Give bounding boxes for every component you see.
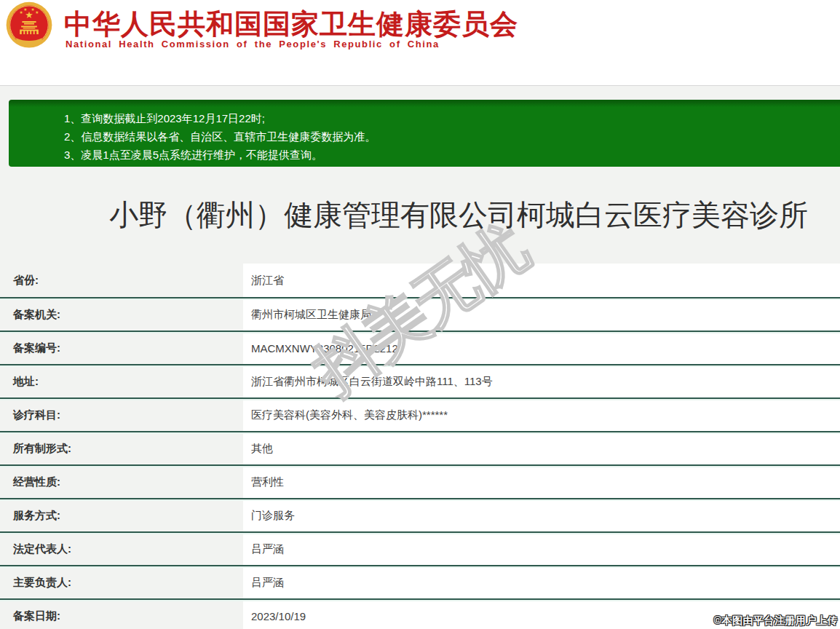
notice-line-3: 3、凌晨1点至凌晨5点系统进行维护，不能提供查询。 [64,146,833,164]
row-label: 诊疗科目: [0,399,243,431]
page-title: 小野（衢州）健康管理有限公司柯城白云医疗美容诊所 [109,195,808,235]
row-value: 其他 [243,432,840,464]
svg-text:★: ★ [20,10,23,15]
table-row: 主要负责人: 吕严涵 [0,565,840,598]
row-value: MACMXNWY33080215D2212 [243,332,840,364]
table-row: 备案机关: 衢州市柯城区卫生健康局 [0,297,840,331]
svg-text:★: ★ [23,7,27,12]
table-row: 法定代表人: 吕严涵 [0,531,840,565]
site-title-en: National Health Commission of the People… [66,39,440,50]
table-row: 经营性质: 营利性 [0,464,840,498]
notice-line-2: 2、信息数据结果以各省、自治区、直辖市卫生健康委数据为准。 [64,127,833,146]
notice-line-1: 1、查询数据截止到2023年12月17日22时; [64,109,833,127]
site-title-cn: 中华人民共和国国家卫生健康委员会 [64,6,518,43]
row-label: 备案编号: [0,332,243,364]
site-brand: ★ ★ ★ ★ ★ [0,0,564,51]
row-label: 服务方式: [0,499,243,531]
row-label: 备案机关: [0,298,243,331]
page: ★ ★ ★ ★ ★ [0,0,840,629]
row-label: 备案日期: [0,600,243,629]
row-value: 浙江省 [243,264,840,297]
row-value: 衢州市柯城区卫生健康局 [243,298,840,331]
row-label: 经营性质: [0,466,243,498]
row-label: 主要负责人: [0,566,243,598]
table-row: 省份: 浙江省 [0,264,840,297]
row-value: 营利性 [243,466,840,498]
row-label: 法定代表人: [0,533,243,565]
svg-text:★: ★ [35,10,39,15]
record-table: 省份: 浙江省 备案机关: 衢州市柯城区卫生健康局 备案编号: MACMXNWY… [0,264,840,629]
row-value: 医疗美容科(美容外科、美容皮肤科)****** [243,399,840,431]
copyright-stamp: ©本图由平台注册用户上传 [714,614,838,628]
row-label: 省份: [0,264,243,297]
row-label: 所有制形式: [0,432,243,464]
table-row: 备案编号: MACMXNWY33080215D2212 [0,331,840,364]
table-row: 诊疗科目: 医疗美容科(美容外科、美容皮肤科)****** [0,397,840,431]
table-row: 所有制形式: 其他 [0,431,840,464]
china-national-emblem-icon: ★ ★ ★ ★ ★ [6,1,52,50]
site-header: ★ ★ ★ ★ ★ [0,0,840,86]
row-value: 吕严涵 [243,533,840,565]
row-label: 地址: [0,365,243,397]
table-row: 服务方式: 门诊服务 [0,498,840,531]
svg-text:★: ★ [31,7,35,12]
row-value: 门诊服务 [243,499,840,531]
row-value: 浙江省衢州市柯城区白云街道双岭中路111、113号 [243,365,840,397]
table-row: 地址: 浙江省衢州市柯城区白云街道双岭中路111、113号 [0,364,840,397]
row-value: 吕严涵 [243,566,840,598]
notice-banner: 1、查询数据截止到2023年12月17日22时; 2、信息数据结果以各省、自治区… [9,100,840,167]
